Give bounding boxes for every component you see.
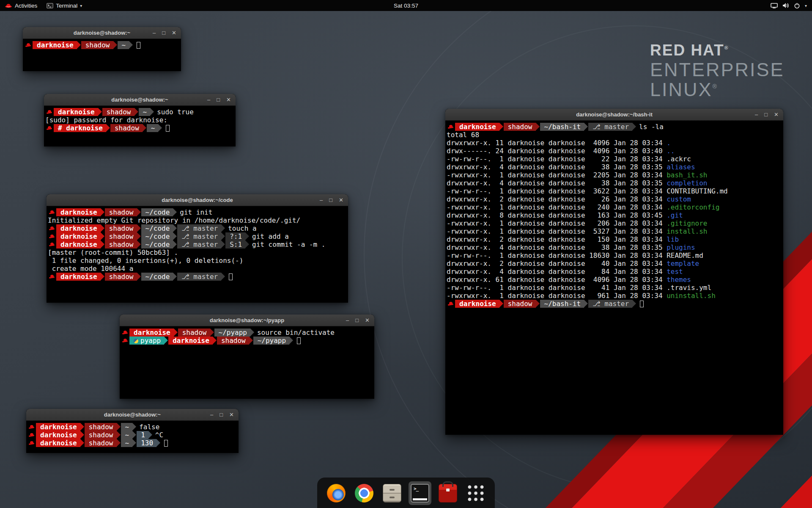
chevron-down-icon[interactable]: ▾	[805, 3, 807, 8]
dock-item-app-grid[interactable]	[464, 481, 487, 505]
command-text: false	[139, 423, 159, 431]
terminal-content[interactable]: darknoiseshadow~/bash-it⎇ masterls -lato…	[445, 121, 783, 310]
titlebar[interactable]: darknoise@shadow:~ – □ ✕	[23, 27, 181, 39]
close-button[interactable]: ✕	[226, 97, 231, 102]
terminal-content[interactable]: darknoiseshadow~	[23, 39, 181, 51]
prompt-segment-host: shadow	[105, 232, 137, 240]
terminal-line: -rw-rw-r--. 1 darknoise darknoise 18630 …	[447, 251, 782, 260]
prompt-segment-git: ⎇ master	[588, 300, 632, 308]
close-button[interactable]: ✕	[339, 197, 343, 203]
titlebar[interactable]: darknoise@shadow:~ – □ ✕	[44, 94, 236, 106]
terminal-cursor	[229, 273, 233, 280]
redhat-icon	[447, 300, 454, 308]
dock-item-firefox[interactable]	[325, 481, 348, 505]
file-name: uninstall.sh	[667, 292, 716, 300]
minimize-button[interactable]: –	[210, 412, 213, 417]
maximize-button[interactable]: □	[219, 412, 223, 417]
dock-item-files[interactable]	[381, 481, 403, 505]
close-button[interactable]: ✕	[365, 318, 370, 323]
volume-icon[interactable]	[782, 3, 789, 8]
prompt-segment-user: darknoise	[455, 123, 499, 131]
dock-item-toolbox[interactable]	[436, 481, 459, 505]
terminal-content[interactable]: darknoiseshadow~/pyappsource bin/activat…	[120, 326, 374, 347]
prompt-segment-user: darknoise	[36, 439, 80, 447]
prompt-segment-user: darknoise	[54, 108, 98, 116]
terminal-line: [sudo] password for darknoise:	[45, 116, 234, 124]
command-text: touch a	[228, 224, 256, 232]
close-button[interactable]: ✕	[229, 412, 234, 417]
titlebar[interactable]: darknoise@shadow:~/bash-it – □ ✕	[445, 109, 783, 121]
terminal-line: -rw-rw-r--. 1 darknoise darknoise 22 Jan…	[447, 155, 782, 163]
chrome-icon	[355, 484, 373, 502]
dock-item-terminal[interactable]	[409, 481, 431, 505]
maximize-button[interactable]: □	[329, 197, 332, 203]
file-name: test	[667, 268, 683, 276]
prompt-segment-user: darknoise	[56, 273, 101, 281]
terminal-cursor	[137, 42, 140, 49]
app-menu-label: Terminal	[56, 3, 77, 9]
redhat-logo-icon	[5, 3, 12, 8]
terminal-line: darknoiseshadow~130	[27, 439, 237, 447]
prompt-segment-path: ~/code	[141, 240, 173, 248]
file-name: plugins	[667, 243, 695, 251]
minimize-button[interactable]: –	[320, 197, 323, 203]
file-name: template	[667, 260, 699, 268]
titlebar[interactable]: darknoise@shadow:~ – □ ✕	[26, 409, 239, 421]
minimize-button[interactable]: –	[207, 97, 210, 102]
titlebar[interactable]: darknoise@shadow:~/pyapp – □ ✕	[120, 315, 374, 326]
maximize-button[interactable]: □	[764, 112, 768, 117]
window-sudo: darknoise@shadow:~ – □ ✕ darknoiseshadow…	[44, 94, 236, 146]
activities-button[interactable]: Activities	[0, 0, 42, 11]
prompt-segment-stat: ?:1	[225, 232, 245, 240]
app-menu-button[interactable]: Terminal ▾	[42, 0, 87, 11]
redhat-icon	[122, 329, 129, 337]
maximize-button[interactable]: □	[355, 318, 359, 323]
clock[interactable]: Sat 03:57	[394, 3, 418, 9]
chevron-down-icon: ▾	[80, 3, 82, 8]
minimize-button[interactable]: –	[153, 30, 156, 36]
file-name: README.md	[667, 251, 703, 260]
close-button[interactable]: ✕	[774, 112, 779, 117]
prompt-segment-path: ~/bash-it	[540, 300, 584, 308]
window-exit-codes: darknoise@shadow:~ – □ ✕ darknoiseshadow…	[26, 409, 239, 453]
terminal-line: darknoiseshadow~/code⎇ master?:1git add …	[48, 232, 347, 240]
terminal-line: darknoiseshadow~/code⎇ masterS:1git comm…	[48, 240, 347, 248]
terminal-line: -rwxrwxr-x. 1 darknoise darknoise 206 Ja…	[447, 219, 782, 227]
prompt-segment-host: shadow	[217, 337, 249, 345]
window-title: darknoise@shadow:~/pyapp	[210, 317, 284, 323]
terminal-cursor	[297, 337, 301, 344]
power-icon[interactable]	[794, 3, 800, 9]
prompt-segment-host: shadow	[105, 224, 137, 232]
terminal-content[interactable]: darknoiseshadow~/codegit initInitialized…	[47, 206, 348, 283]
redhat-icon	[447, 123, 454, 131]
prompt-segment-path: ~	[147, 124, 159, 132]
prompt-segment-path: ~	[139, 108, 151, 116]
terminal-line: drwxrwxr-x. 2 darknoise darknoise 26 Jan…	[447, 195, 782, 203]
terminal-line: drwx------. 24 darknoise darknoise 4096 …	[447, 147, 782, 155]
titlebar[interactable]: darknoise@shadow:~/code – □ ✕	[47, 194, 348, 206]
brand-redhat: RED HAT®	[650, 42, 785, 58]
prompt-segment-path: ~/code	[141, 208, 173, 216]
terminal-line: pyappdarknoiseshadow~/pyapp	[121, 337, 373, 345]
file-name: .editorconfig	[667, 203, 719, 211]
maximize-button[interactable]: □	[162, 30, 165, 36]
close-button[interactable]: ✕	[172, 30, 176, 36]
terminal-cursor	[640, 301, 644, 307]
toolbox-icon	[439, 484, 457, 502]
dock-item-chrome[interactable]	[353, 481, 376, 505]
system-status-area[interactable]: ▾	[765, 0, 812, 11]
minimize-button[interactable]: –	[755, 112, 758, 117]
redhat-icon	[49, 273, 55, 281]
redhat-icon	[25, 41, 32, 49]
prompt-segment-git: ⎇ master	[177, 273, 221, 281]
terminal-line: drwxrwxr-x. 11 darknoise darknoise 4096 …	[447, 139, 782, 147]
minimize-button[interactable]: –	[346, 318, 349, 323]
top-bar: Activities Terminal ▾ Sat 03:57 ▾	[0, 0, 812, 11]
maximize-button[interactable]: □	[217, 97, 220, 102]
terminal-line: drwxrwxr-x. 4 darknoise darknoise 38 Jan…	[447, 243, 782, 251]
terminal-content[interactable]: darknoiseshadow~falsedarknoiseshadow~1^C…	[26, 421, 239, 449]
file-name: .ackrc	[667, 155, 691, 163]
display-icon[interactable]	[771, 3, 778, 8]
redhat-icon	[122, 337, 129, 345]
terminal-content[interactable]: darknoiseshadow~sudo true[sudo] password…	[44, 106, 236, 134]
